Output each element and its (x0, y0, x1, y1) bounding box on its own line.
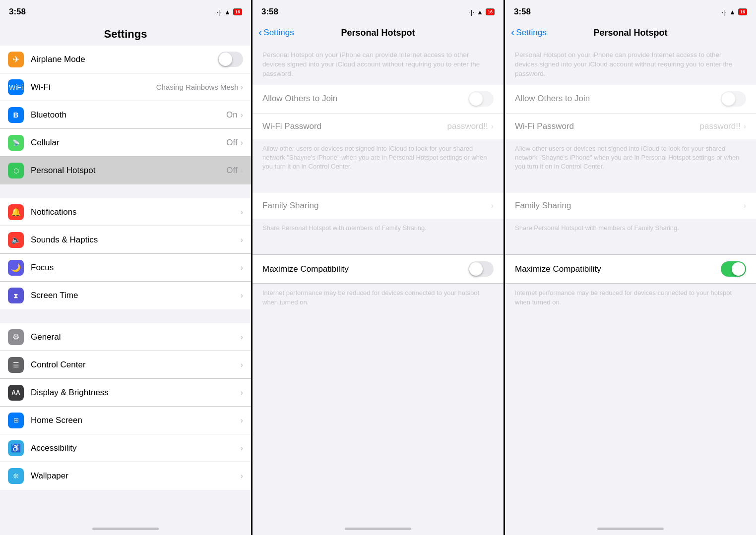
nav-bar-right: ‹ Settings Personal Hotspot (505, 22, 756, 44)
battery-left: 16 (233, 8, 242, 15)
wifi-password-chevron-right: › (744, 122, 746, 131)
back-button-middle[interactable]: ‹ Settings (258, 27, 294, 38)
wallpaper-label: Wallpaper (31, 471, 241, 481)
allow-label-middle: Allow Others to Join (262, 94, 468, 104)
home-indicator-right (597, 528, 664, 530)
control-chevron: › (241, 360, 243, 369)
family-section-middle: Family Sharing › (252, 193, 504, 219)
homescreen-label: Home Screen (31, 416, 241, 425)
battery-right: 16 (738, 8, 747, 15)
general-chevron: › (241, 333, 243, 342)
time-left: 3:58 (9, 7, 26, 17)
home-indicator-left (92, 528, 159, 530)
settings-item-cellular[interactable]: 📡 Cellular Off › (0, 129, 251, 157)
settings-item-notifications[interactable]: 🔔 Notifications › (0, 198, 251, 226)
signal-icon-middle: ·|· (469, 8, 475, 16)
display-icon: AA (8, 385, 24, 401)
settings-item-wallpaper[interactable]: ❊ Wallpaper › (0, 462, 251, 490)
general-label: General (31, 332, 241, 342)
status-bar-right: 3:58 ·|· ▲ 16 (505, 0, 756, 22)
settings-item-homescreen[interactable]: ⊞ Home Screen › (0, 407, 251, 434)
bluetooth-value: On (226, 110, 238, 120)
family-item-middle[interactable]: Family Sharing › (252, 193, 504, 219)
spacer2-middle (252, 239, 504, 254)
settings-item-wifi[interactable]: WiFi Wi-Fi Chasing Rainbows Mesh › (0, 73, 251, 101)
compat-item-middle[interactable]: Maximize Compatibility (252, 255, 504, 283)
compat-note-right: Internet performance may be reduced for … (505, 284, 756, 313)
settings-item-control[interactable]: ☰ Control Center › (0, 351, 251, 379)
allow-item-right[interactable]: Allow Others to Join (505, 85, 756, 114)
bluetooth-icon: B (8, 107, 24, 123)
settings-item-accessibility[interactable]: ♿ Accessibility › (0, 434, 251, 462)
cellular-label: Cellular (31, 138, 226, 148)
family-item-right[interactable]: Family Sharing › (505, 193, 756, 219)
compat-toggle-right[interactable] (721, 261, 746, 277)
wifi-icon-left: ▲ (224, 8, 231, 16)
spacer1-middle (252, 178, 504, 193)
wallpaper-chevron: › (241, 472, 243, 480)
allow-label-right: Allow Others to Join (515, 94, 721, 104)
compat-section-right: Maximize Compatibility (505, 254, 756, 284)
wifi-password-chevron-middle: › (491, 122, 494, 131)
sounds-label: Sounds & Haptics (31, 235, 241, 245)
detail-content-middle: Personal Hotspot on your iPhone can prov… (252, 44, 504, 525)
spacer1-right (505, 178, 756, 193)
gap1 (0, 184, 251, 198)
status-icons-right: ·|· ▲ 16 (722, 8, 748, 16)
wifi-password-item-right[interactable]: Wi-Fi Password password!! › (505, 114, 756, 139)
compat-item-right[interactable]: Maximize Compatibility (505, 255, 756, 283)
detail-content-right: Personal Hotspot on your iPhone can prov… (505, 44, 756, 525)
settings-item-sounds[interactable]: 🔈 Sounds & Haptics › (0, 226, 251, 254)
compat-toggle-middle[interactable] (468, 261, 494, 277)
control-icon: ☰ (8, 357, 24, 373)
screentime-label: Screen Time (31, 291, 241, 300)
wifi-label: Wi-Fi (31, 82, 156, 92)
settings-item-hotspot[interactable]: ⬡ Personal Hotspot Off › (0, 157, 251, 184)
airplane-toggle[interactable] (218, 52, 243, 67)
bluetooth-label: Bluetooth (31, 110, 226, 120)
settings-item-screentime[interactable]: ⧗ Screen Time › (0, 282, 251, 309)
homescreen-icon: ⊞ (8, 413, 24, 428)
notifications-chevron: › (241, 208, 243, 217)
allow-toggle-middle[interactable] (468, 91, 494, 107)
settings-item-focus[interactable]: 🌙 Focus › (0, 254, 251, 282)
wifi-icon: WiFi (8, 79, 24, 95)
family-chevron-right: › (744, 201, 746, 210)
focus-chevron: › (241, 263, 243, 272)
display-chevron: › (241, 388, 243, 397)
settings-title: Settings (0, 22, 251, 46)
battery-middle: 16 (486, 8, 495, 15)
accessibility-label: Accessibility (31, 443, 241, 453)
allow-toggle-right[interactable] (721, 91, 746, 107)
settings-section-system: ⚙ General › ☰ Control Center › AA Displa… (0, 323, 251, 490)
back-chevron-right: ‹ (511, 27, 514, 38)
family-note-right: Share Personal Hotspot with members of F… (505, 219, 756, 239)
display-label: Display & Brightness (31, 388, 241, 398)
wifi-password-label-right: Wi-Fi Password (515, 121, 699, 131)
accessibility-icon: ♿ (8, 440, 24, 456)
wifi-password-item-middle[interactable]: Wi-Fi Password password!! › (252, 114, 504, 139)
settings-item-general[interactable]: ⚙ General › (0, 323, 251, 351)
screentime-chevron: › (241, 291, 243, 300)
settings-item-bluetooth[interactable]: B Bluetooth On › (0, 101, 251, 129)
allow-section-right: Allow Others to Join Wi-Fi Password pass… (505, 85, 756, 139)
settings-section-network: ✈ Airplane Mode WiFi Wi-Fi Chasing Rainb… (0, 46, 251, 184)
notifications-label: Notifications (31, 207, 241, 217)
airplane-icon: ✈ (8, 52, 24, 67)
status-icons-left: ·|· ▲ 16 (217, 8, 243, 16)
general-icon: ⚙ (8, 329, 24, 345)
screentime-icon: ⧗ (8, 288, 24, 303)
nav-title-right: Personal Hotspot (593, 28, 667, 38)
settings-item-airplane[interactable]: ✈ Airplane Mode (0, 46, 251, 73)
sounds-icon: 🔈 (8, 232, 24, 248)
allow-item-middle[interactable]: Allow Others to Join (252, 85, 504, 114)
back-label-right: Settings (516, 28, 546, 38)
hotspot-icon: ⬡ (8, 163, 24, 178)
back-button-right[interactable]: ‹ Settings (511, 27, 547, 38)
status-bar-middle: 3:58 ·|· ▲ 16 (252, 0, 504, 22)
settings-item-display[interactable]: AA Display & Brightness › (0, 379, 251, 407)
settings-section-prefs: 🔔 Notifications › 🔈 Sounds & Haptics › 🌙… (0, 198, 251, 309)
description-right: Personal Hotspot on your iPhone can prov… (505, 44, 756, 85)
spacer2-right (505, 239, 756, 254)
notifications-icon: 🔔 (8, 204, 24, 220)
